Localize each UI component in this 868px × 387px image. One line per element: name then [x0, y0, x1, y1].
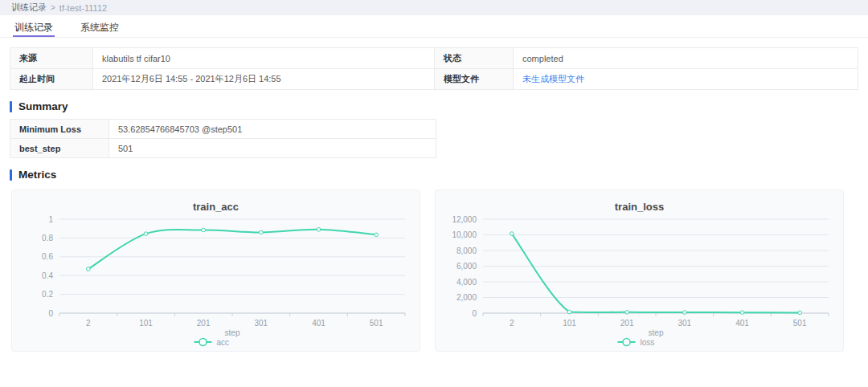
legend-loss[interactable]: loss	[618, 338, 655, 347]
status-label: 状态	[435, 48, 514, 69]
svg-text:2: 2	[510, 319, 514, 328]
summary-table: Minimum Loss 53.62854766845703 @step501 …	[10, 119, 436, 158]
svg-text:0: 0	[472, 309, 477, 318]
svg-text:501: 501	[370, 319, 383, 328]
time-range-label: 起止时间	[10, 69, 93, 90]
svg-text:0.4: 0.4	[42, 271, 53, 280]
svg-text:4,000: 4,000	[457, 278, 477, 287]
metrics-section-title: Metrics	[10, 169, 868, 181]
summary-section-title: Summary	[10, 100, 868, 112]
source-label: 来源	[10, 48, 93, 69]
train-acc-chart-card: train_acc00.20.40.60.812101201301401501s…	[11, 189, 420, 352]
svg-text:0.2: 0.2	[42, 290, 53, 299]
tab-training-record[interactable]: 训练记录	[13, 15, 55, 37]
run-info-table: 来源 klabutils tf cifar10 状态 completed 起止时…	[10, 47, 858, 90]
model-file-label: 模型文件	[435, 69, 514, 90]
svg-text:301: 301	[254, 319, 268, 328]
best-step-value: 501	[109, 139, 436, 158]
svg-text:301: 301	[678, 319, 691, 328]
tab-system-monitor[interactable]: 系统监控	[79, 15, 121, 37]
svg-text:501: 501	[793, 319, 807, 328]
breadcrumb-current: tf-test-11112	[59, 3, 107, 13]
model-file-cell: 未生成模型文件	[514, 69, 858, 90]
breadcrumb: 训练记录 > tf-test-11112	[0, 0, 868, 15]
best-step-label: best_step	[10, 139, 109, 158]
svg-text:step: step	[225, 328, 240, 337]
svg-text:loss: loss	[641, 338, 655, 347]
svg-text:201: 201	[620, 319, 634, 328]
svg-text:0: 0	[48, 309, 53, 318]
train-loss-chart-card: train_loss02,0004,0006,0008,00010,00012,…	[435, 189, 844, 352]
svg-text:401: 401	[735, 319, 749, 328]
svg-text:0.6: 0.6	[42, 252, 53, 261]
table-row: Minimum Loss 53.62854766845703 @step501	[10, 120, 436, 139]
svg-text:201: 201	[197, 319, 211, 328]
svg-text:10,000: 10,000	[452, 230, 477, 239]
svg-text:0.8: 0.8	[42, 234, 53, 242]
chart-train_loss: train_loss02,0004,0006,0008,00010,00012,…	[436, 190, 843, 351]
time-range-value: 2021年12月6日 14:55 - 2021年12月6日 14:55	[93, 69, 435, 90]
source-value: klabutils tf cifar10	[93, 48, 435, 69]
chart-train_acc: train_acc00.20.40.60.812101201301401501s…	[12, 190, 420, 351]
tab-bar: 训练记录 系统监控	[0, 15, 868, 38]
svg-text:12,000: 12,000	[452, 215, 477, 224]
status-value: completed	[514, 48, 858, 69]
breadcrumb-root-link[interactable]: 训练记录	[11, 2, 47, 14]
minimum-loss-label: Minimum Loss	[10, 120, 109, 139]
svg-text:6,000: 6,000	[457, 262, 477, 271]
section-accent-bar	[10, 169, 12, 181]
model-file-link[interactable]: 未生成模型文件	[522, 74, 584, 84]
svg-text:acc: acc	[217, 338, 230, 347]
svg-text:101: 101	[563, 319, 576, 328]
breadcrumb-separator: >	[51, 3, 55, 12]
svg-text:1: 1	[48, 215, 53, 224]
table-row: 起止时间 2021年12月6日 14:55 - 2021年12月6日 14:55…	[10, 69, 858, 90]
svg-text:8,000: 8,000	[457, 246, 477, 255]
section-accent-bar	[10, 101, 12, 112]
summary-heading: Summary	[18, 100, 68, 112]
chart-title: train_acc	[193, 201, 239, 213]
metrics-heading: Metrics	[18, 169, 56, 181]
svg-text:step: step	[649, 328, 664, 337]
legend-acc[interactable]: acc	[194, 338, 230, 347]
table-row: best_step 501	[10, 139, 436, 158]
table-row: 来源 klabutils tf cifar10 状态 completed	[10, 48, 858, 69]
chart-title: train_loss	[615, 201, 664, 213]
svg-text:2,000: 2,000	[457, 293, 477, 302]
svg-text:401: 401	[312, 319, 326, 328]
svg-text:101: 101	[139, 319, 153, 328]
svg-text:2: 2	[86, 319, 91, 328]
charts-row: train_acc00.20.40.60.812101201301401501s…	[11, 189, 857, 352]
minimum-loss-value: 53.62854766845703 @step501	[109, 120, 436, 139]
